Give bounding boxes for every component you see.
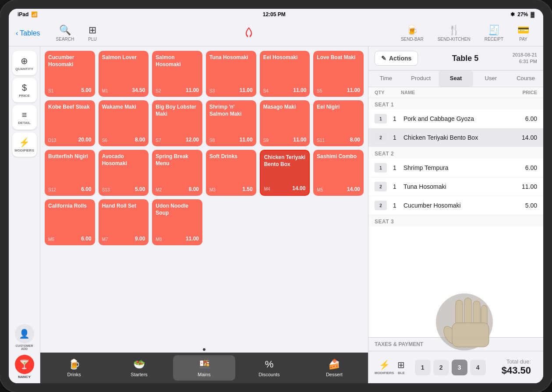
mains-label: Mains	[198, 372, 210, 377]
seat-num-badge: 2	[375, 133, 387, 142]
quantity-button[interactable]: ⊕ QUANTITY	[12, 51, 37, 75]
table-tool-button[interactable]: ⊞ BLE	[397, 360, 405, 375]
menu-item[interactable]: Sashimi Combo M5 14.00	[313, 150, 364, 196]
actions-button[interactable]: ✎ Actions	[375, 51, 418, 66]
menu-item-code: S2	[156, 88, 161, 93]
app-logo	[241, 25, 257, 41]
menu-item-price: 11.00	[293, 87, 306, 93]
total-value: 43.50	[507, 365, 531, 376]
menu-item-name: Butterfish Nigiri	[48, 153, 92, 186]
menu-item[interactable]: Eel Hosomaki S4 11.00	[260, 51, 310, 97]
menu-item-price: 11.00	[293, 137, 306, 143]
seat-number-3-button[interactable]: 3	[452, 360, 467, 375]
menu-item-price: 34.50	[132, 87, 145, 93]
send-bar-button[interactable]: 🍺 SEND-BAR	[394, 23, 431, 43]
nancy-button[interactable]: 🍸 NANCY	[12, 355, 37, 379]
menu-item-code: S9	[263, 138, 269, 143]
menu-item[interactable]: Love Boat Maki S5 11.00	[313, 51, 364, 97]
table-row[interactable]: 2 1 Cucumber Hosomaki 5.00	[368, 196, 543, 215]
menu-item-price: 6.00	[81, 186, 91, 192]
left-sidebar: ⊕ QUANTITY $ PRICE ≡ DETAIL ⚡ MODIFIERS	[9, 46, 40, 383]
customer-add-button[interactable]: 👤 CUSTOMER ADD	[12, 324, 37, 350]
menu-item[interactable]: Big Boy Lobster Maki S7 12.00	[152, 100, 202, 146]
category-discounts-button[interactable]: % Discounts	[238, 355, 300, 381]
menu-item[interactable]: Wakame Maki S6 8.00	[99, 100, 149, 146]
status-time: 12:05 PM	[263, 11, 286, 18]
receipt-button[interactable]: 🧾 RECEIPT	[478, 23, 510, 43]
dot-1	[203, 348, 205, 351]
dot-indicator	[40, 346, 368, 353]
menu-item-code: S1	[48, 88, 53, 93]
order-item-price: 14.00	[511, 134, 537, 141]
menu-item[interactable]: Eel Nigiri S11 8.00	[313, 100, 364, 146]
menu-item-name: Eel Nigiri	[317, 104, 360, 137]
menu-item[interactable]: Masago Maki S9 11.00	[260, 100, 310, 146]
menu-item[interactable]: Spring Break Menu M2 8.00	[152, 150, 202, 196]
category-starters-button[interactable]: 🥗 Starters	[108, 355, 170, 381]
price-button[interactable]: $ PRICE	[12, 78, 37, 102]
ipad-frame: iPad 📶 12:05 PM ✱ 27% ▓ ‹ Tables 🔍 SEARC…	[0, 0, 552, 392]
tab-course[interactable]: Course	[508, 71, 543, 87]
menu-item[interactable]: Udon Noodle Soup M8 11.00	[152, 199, 202, 245]
menu-item-code: D13	[48, 138, 56, 143]
menu-item[interactable]: Avocado Hosomaki S13 5.00	[99, 150, 149, 196]
nancy-icon: 🍸	[15, 355, 34, 374]
menu-item-name: Love Boat Maki	[317, 54, 360, 87]
category-dessert-button[interactable]: 🍰 Dessert	[303, 355, 365, 381]
total-label: Total due:	[506, 358, 531, 365]
taxes-payment-label: Taxes & Payment	[368, 338, 543, 351]
category-drinks-button[interactable]: 🍺 Drinks	[43, 355, 105, 381]
total-amount: $43.50	[502, 365, 531, 376]
menu-item-footer: S5 11.00	[317, 87, 360, 93]
tab-product[interactable]: Product	[403, 71, 439, 87]
send-bar-icon: 🍺	[406, 25, 418, 36]
send-kitchen-button[interactable]: 🍴 SEND-KITCHEN	[431, 23, 478, 43]
tab-user[interactable]: User	[473, 71, 508, 87]
menu-item-name: Soft Drinks	[209, 153, 253, 186]
menu-item-footer: M7 9.00	[102, 236, 145, 242]
send-bar-label: SEND-BAR	[401, 37, 424, 42]
table-row[interactable]: 1 1 Shrimp Tempura 6.00	[368, 159, 543, 177]
tab-seat[interactable]: Seat	[439, 71, 474, 87]
menu-item[interactable]: Salmon Lover M1 34.50	[99, 51, 149, 97]
search-label: SEARCH	[56, 37, 74, 42]
menu-item[interactable]: Butterfish Nigiri S12 6.00	[45, 150, 95, 196]
menu-item-code: M3	[209, 187, 216, 192]
search-toolbar-button[interactable]: 🔍 SEARCH	[49, 23, 81, 43]
col-price: PRICE	[511, 90, 537, 95]
menu-item-footer: S8 11.00	[209, 137, 253, 143]
table-row[interactable]: 2 1 Tuna Hosomaki 11.00	[368, 177, 543, 196]
search-icon: 🔍	[59, 25, 71, 36]
modifiers-tool-button[interactable]: ⚡ MODIFIERS	[375, 360, 394, 375]
seat-number-2-button[interactable]: 2	[433, 360, 449, 375]
quantity-label: QUANTITY	[15, 67, 33, 71]
menu-item[interactable]: Salmon Hosomaki S2 11.00	[152, 51, 202, 97]
category-mains-button[interactable]: 🍱 Mains	[173, 355, 235, 381]
menu-item[interactable]: Kobe Beef Steak D13 20.00	[45, 100, 95, 146]
menu-item[interactable]: Chicken Teriyaki Bento Box M4 14.00	[260, 150, 310, 196]
menu-item[interactable]: Cucumber Hosomaki S1 5.00	[45, 51, 95, 97]
menu-item[interactable]: Soft Drinks M3 1.50	[206, 150, 256, 196]
menu-item-price: 20.00	[78, 137, 92, 143]
seat-number-1-button[interactable]: 1	[415, 360, 431, 375]
nav-back-button[interactable]: ‹ Tables	[16, 29, 49, 37]
seat-header-seat-1: SEAT 1	[368, 98, 543, 109]
tab-time[interactable]: Time	[368, 71, 403, 87]
menu-item[interactable]: Shrimp 'n' Salmon Maki S8 11.00	[206, 100, 256, 146]
modifiers-button[interactable]: ⚡ MODIFIERS	[12, 132, 37, 157]
plu-toolbar-button[interactable]: ⊞ PLU	[81, 23, 103, 43]
seat-number-4-button[interactable]: 4	[470, 360, 486, 375]
menu-item[interactable]: California Rolls M6 6.00	[45, 199, 95, 245]
modifiers-tool-label: MODIFIERS	[375, 371, 394, 375]
table-row[interactable]: 2 1 Chicken Teriyaki Bento Box 14.00	[368, 128, 543, 147]
menu-item[interactable]: Tuna Hosomaki S3 11.00	[206, 51, 256, 97]
detail-button[interactable]: ≡ DETAIL	[12, 105, 37, 130]
menu-item[interactable]: Hand Roll Set M7 9.00	[99, 199, 149, 245]
menu-item-footer: D13 20.00	[48, 137, 92, 143]
table-row[interactable]: 1 1 Pork and Cabbage Gyoza 6.00	[368, 109, 543, 128]
menu-item-code: M2	[156, 187, 162, 192]
seat-num-badge: 1	[375, 114, 387, 124]
pay-button[interactable]: 💳 PAY	[510, 23, 536, 43]
menu-item-name: Tuna Hosomaki	[209, 54, 253, 87]
order-qty: 1	[389, 115, 400, 122]
